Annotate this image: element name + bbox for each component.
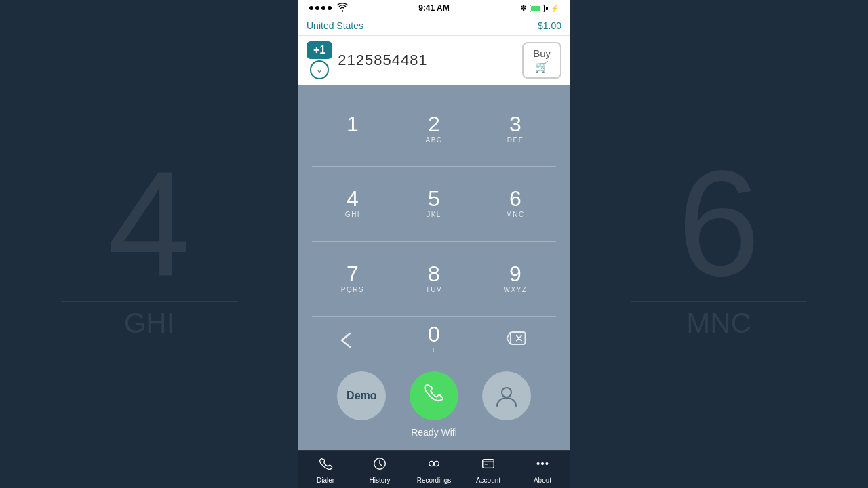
bg-left-label: GHI (61, 307, 237, 340)
tab-history[interactable]: History (353, 455, 407, 485)
dial-key-7-num: 7 (347, 263, 359, 285)
signal-dot-1 (309, 6, 313, 10)
dial-header: +1 ⌄ 2125854481 Buy 🛒 (298, 36, 570, 85)
dial-key-4-num: 4 (347, 188, 359, 209)
dial-key-2[interactable]: 2 ABC (393, 92, 475, 167)
signal-dots (309, 6, 332, 10)
svg-point-3 (429, 461, 434, 466)
phone-number-display: 2125854481 (338, 52, 517, 69)
bluetooth-icon: ✽ (520, 3, 527, 13)
dial-key-9-num: 9 (509, 263, 521, 285)
svg-point-1 (502, 388, 511, 397)
call-button[interactable] (410, 371, 458, 420)
svg-point-4 (434, 461, 439, 466)
ready-status: Ready Wifi (312, 424, 556, 443)
account-icon (481, 456, 496, 474)
dial-key-delete[interactable] (475, 317, 556, 362)
dial-key-5[interactable]: 5 JKL (393, 167, 475, 241)
status-right: ✽ ⚡ (520, 3, 559, 13)
dial-key-4[interactable]: 4 GHI (312, 167, 393, 241)
bottom-row: 0 + (312, 317, 556, 362)
buy-button[interactable]: Buy 🛒 (522, 42, 561, 79)
svg-point-7 (542, 463, 544, 465)
ready-text: Ready Wifi (411, 427, 457, 438)
back-icon (340, 331, 365, 348)
status-bar: 9:41 AM ✽ ⚡ (298, 0, 570, 16)
tab-dialer[interactable]: Dialer (298, 455, 353, 485)
dial-key-2-letters: ABC (425, 136, 442, 145)
svg-point-6 (537, 463, 539, 465)
credit-label: $1.00 (538, 20, 561, 31)
charging-icon: ⚡ (551, 5, 559, 12)
phone-frame: 9:41 AM ✽ ⚡ United States $1.00 +1 ⌄ 212… (298, 0, 570, 488)
dial-key-8[interactable]: 8 TUV (393, 242, 475, 317)
dial-key-3[interactable]: 3 DEF (475, 92, 556, 167)
tab-about-label: About (534, 476, 551, 484)
dial-key-1-num: 1 (347, 113, 359, 135)
buy-label: Buy (533, 47, 551, 59)
contact-icon (494, 382, 519, 410)
dial-key-7[interactable]: 7 PQRS (312, 242, 393, 317)
dial-key-0[interactable]: 0 + (393, 317, 475, 362)
country-label: United States (307, 20, 363, 31)
demo-button[interactable]: Demo (337, 371, 386, 420)
dial-key-1[interactable]: 1 (312, 92, 393, 167)
country-code: +1 (307, 41, 332, 59)
cart-icon: 🛒 (535, 60, 549, 73)
dial-key-back[interactable] (312, 317, 393, 362)
svg-point-8 (546, 463, 548, 465)
history-icon (372, 456, 387, 474)
dial-key-8-num: 8 (428, 263, 440, 285)
dial-key-5-num: 5 (428, 188, 440, 209)
dial-key-2-num: 2 (428, 113, 440, 135)
dial-key-6-num: 6 (509, 188, 521, 209)
dialpad: 1 2 ABC 3 DEF 4 GHI 5 JKL 6 MNC (298, 85, 570, 450)
chevron-down-icon: ⌄ (316, 65, 323, 75)
call-icon (422, 382, 446, 410)
bg-right: 6 MNC (570, 0, 868, 488)
signal-dot-4 (328, 6, 332, 10)
country-code-section[interactable]: +1 ⌄ (307, 41, 332, 79)
dial-key-0-letters: + (431, 346, 436, 355)
action-row: Demo (312, 362, 556, 424)
dial-key-3-letters: DEF (507, 136, 524, 145)
top-bar: United States $1.00 (298, 16, 570, 36)
tab-bar: Dialer History Recordings (298, 450, 570, 488)
tab-recordings[interactable]: Recordings (407, 455, 461, 485)
tab-history-label: History (369, 476, 390, 484)
battery-tip (546, 7, 548, 10)
dial-key-4-letters: GHI (345, 211, 360, 220)
delete-icon (503, 329, 528, 350)
bg-left: 4 GHI (0, 0, 298, 488)
dial-key-3-num: 3 (509, 113, 521, 135)
tab-dialer-label: Dialer (317, 476, 334, 484)
battery-fill (531, 6, 540, 11)
status-time: 9:41 AM (418, 3, 450, 13)
tab-account-label: Account (476, 476, 500, 484)
contact-button[interactable] (482, 371, 531, 420)
tab-account[interactable]: Account (461, 455, 515, 485)
signal-dot-3 (321, 6, 326, 10)
bg-right-label: MNC (631, 307, 807, 340)
dial-key-6[interactable]: 6 MNC (475, 167, 556, 241)
bg-left-digit: 4 (61, 149, 237, 298)
wifi-icon (337, 3, 348, 14)
dial-grid: 1 2 ABC 3 DEF 4 GHI 5 JKL 6 MNC (312, 92, 556, 317)
about-icon (535, 456, 550, 474)
status-left (309, 3, 348, 14)
dial-key-8-letters: TUV (426, 286, 443, 295)
dial-key-9[interactable]: 9 WXYZ (475, 242, 556, 317)
tab-about[interactable]: About (515, 455, 570, 485)
dial-key-0-num: 0 (428, 323, 440, 345)
battery-body (530, 5, 545, 12)
dial-key-9-letters: WXYZ (504, 286, 528, 295)
battery-icon (530, 5, 548, 12)
dial-key-6-letters: MNC (506, 211, 524, 220)
dial-key-7-letters: PQRS (341, 286, 364, 295)
recordings-icon (427, 456, 441, 474)
chevron-down-btn[interactable]: ⌄ (310, 60, 329, 79)
signal-dot-2 (315, 6, 319, 10)
dial-key-5-letters: JKL (427, 211, 441, 220)
svg-rect-5 (483, 460, 494, 468)
demo-label: Demo (347, 390, 376, 402)
